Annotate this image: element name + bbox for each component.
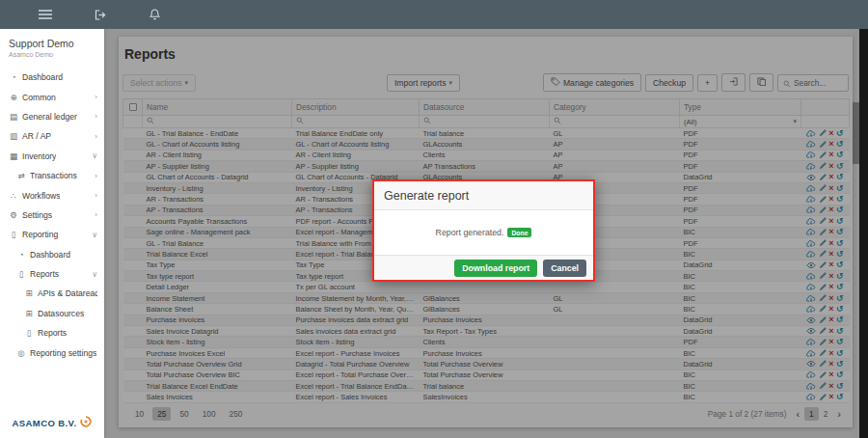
- cancel-button[interactable]: Cancel: [543, 260, 586, 277]
- sidebar-nav: ◔Dashboard⊕Common›▤General ledger›▥AR / …: [0, 68, 104, 363]
- account-company: Asamco Demo: [9, 51, 96, 58]
- logo-text: ASAMCO B.V.: [13, 418, 77, 428]
- asamco-logo: ASAMCO B.V.: [0, 414, 104, 431]
- account-profile: Support Demo Asamco Demo: [0, 29, 104, 64]
- download-report-button[interactable]: Download report: [454, 260, 537, 277]
- sidebar-item-datasources[interactable]: ⊞Datasources: [0, 304, 104, 323]
- sidebar-item-transactions[interactable]: ⇄Transactions›: [0, 166, 104, 185]
- top-bar: [0, 0, 868, 29]
- inventory-icon: ▦: [8, 151, 19, 161]
- transactions-icon: ⇄: [15, 171, 27, 180]
- dashboard-icon: ◔: [8, 72, 19, 82]
- account-name: Support Demo: [9, 38, 96, 49]
- generate-report-dialog: Generate report Report generated. Done D…: [372, 179, 595, 282]
- contacts-icon: ▥: [8, 131, 19, 141]
- chevron-right-icon: ›: [92, 172, 97, 180]
- chevron-down-icon: ∨: [89, 151, 97, 160]
- sidebar-item-workflows[interactable]: ∴Workflows›: [0, 185, 104, 205]
- sidebar-item-reports[interactable]: ▯Reports: [0, 323, 104, 342]
- chevron-right-icon: ›: [92, 210, 97, 219]
- logout-icon[interactable]: [95, 10, 107, 20]
- data-table-icon: ⊞: [23, 288, 35, 298]
- chevron-down-icon: ∨: [89, 231, 97, 239]
- report-doc-icon: ▯: [8, 230, 19, 239]
- sidebar-item-apis-datareaders[interactable]: ⊞APIs & Datareaders: [0, 284, 104, 303]
- sidebar: Support Demo Asamco Demo ◔Dashboard⊕Comm…: [0, 29, 104, 438]
- app-window: Support Demo Asamco Demo ◔Dashboard⊕Comm…: [0, 0, 868, 438]
- chevron-right-icon: ›: [92, 93, 97, 101]
- globe-icon: ⊕: [8, 93, 19, 102]
- dialog-message: Report generated.: [436, 228, 504, 237]
- logo-mark-icon: [80, 414, 92, 431]
- workflow-icon: ∴: [8, 191, 19, 201]
- sidebar-item-reporting[interactable]: ▯Reporting∨: [0, 225, 104, 244]
- data-table-icon: ⊞: [23, 309, 35, 318]
- chevron-right-icon: ›: [92, 112, 97, 121]
- dashboard-icon: ◔: [15, 250, 27, 260]
- sidebar-item-reports[interactable]: ▯Reports∨: [0, 264, 104, 284]
- sidebar-item-reporting-settings[interactable]: ◎Reporting settings: [0, 342, 104, 362]
- menu-icon[interactable]: [39, 10, 52, 19]
- dialog-title: Generate report: [374, 181, 593, 210]
- chevron-right-icon: ›: [92, 191, 97, 200]
- sidebar-item-ar-ap[interactable]: ▥AR / AP›: [0, 126, 104, 146]
- sidebar-item-inventory[interactable]: ▦Inventory∨: [0, 147, 104, 166]
- status-badge: Done: [507, 228, 531, 237]
- sidebar-item-dashboard[interactable]: ◔Dashboard: [0, 245, 104, 264]
- sidebar-item-general-ledger[interactable]: ▤General ledger›: [0, 107, 104, 126]
- chevron-down-icon: ∨: [89, 270, 97, 279]
- settings-icon: ⚙: [8, 210, 19, 220]
- ledger-book-icon: ▤: [8, 112, 19, 122]
- chevron-right-icon: ›: [92, 132, 97, 141]
- gear-icon: ◎: [15, 348, 27, 358]
- sidebar-item-dashboard[interactable]: ◔Dashboard: [0, 68, 104, 87]
- sidebar-item-common[interactable]: ⊕Common›: [0, 87, 104, 106]
- report-doc-icon: ▯: [23, 328, 35, 338]
- sidebar-item-settings[interactable]: ⚙Settings›: [0, 205, 104, 225]
- report-doc-icon: ▯: [15, 269, 27, 279]
- notifications-bell-icon[interactable]: [149, 9, 160, 20]
